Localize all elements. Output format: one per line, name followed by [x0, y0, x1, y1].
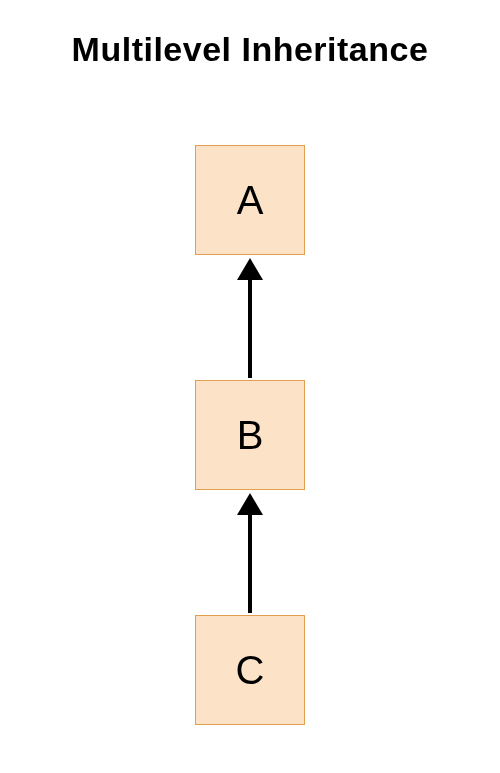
class-label-a: A — [237, 178, 264, 223]
arrow-up-icon — [237, 258, 263, 280]
diagram-title: Multilevel Inheritance — [0, 30, 500, 69]
class-label-b: B — [237, 413, 264, 458]
arrow-up-icon — [237, 493, 263, 515]
class-box-b: B — [195, 380, 305, 490]
class-box-a: A — [195, 145, 305, 255]
class-box-c: C — [195, 615, 305, 725]
arrow-shaft-b-to-a — [248, 278, 252, 378]
class-label-c: C — [236, 648, 265, 693]
arrow-shaft-c-to-b — [248, 513, 252, 613]
